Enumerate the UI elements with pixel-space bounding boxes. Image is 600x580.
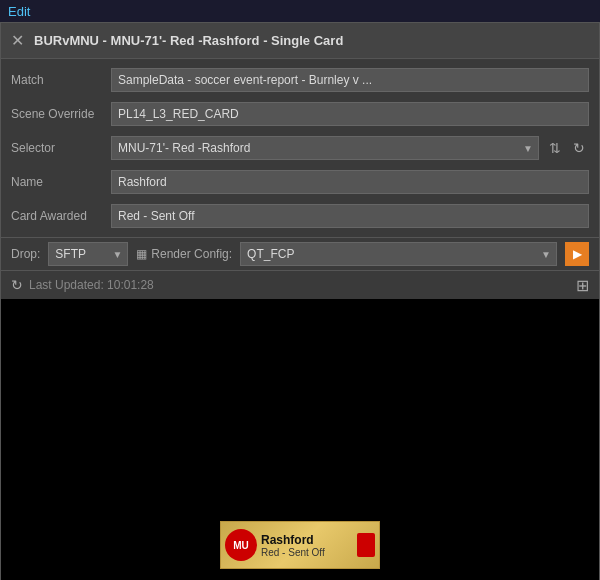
- drop-label: Drop:: [11, 247, 40, 261]
- status-bar: ↻ Last Updated: 10:01:28 ⊞: [1, 271, 599, 299]
- config-bar: Drop: SFTP ▼ ▦ Render Config: QT_FCP ▼ ▶: [1, 237, 599, 271]
- film-icon[interactable]: ⊞: [576, 276, 589, 295]
- card-awarded-input[interactable]: [111, 204, 589, 228]
- card-awarded-row: Card Awarded: [1, 199, 599, 233]
- card-overlay: MU Rashford Red - Sent Off: [220, 521, 380, 569]
- selector-controls: MNU-71'- Red -Rashford ▼ ⇅ ↻: [111, 136, 589, 160]
- render-config-icon: ▦: [136, 247, 147, 261]
- form-section: Match Scene Override Selector MNU-71'- R…: [1, 59, 599, 237]
- match-row: Match: [1, 63, 599, 97]
- selector-refresh-icon[interactable]: ↻: [569, 140, 589, 156]
- match-label: Match: [11, 73, 111, 87]
- drop-select-wrapper: SFTP ▼: [48, 242, 128, 266]
- render-config-label: ▦ Render Config:: [136, 247, 232, 261]
- name-label: Name: [11, 175, 111, 189]
- selector-row: Selector MNU-71'- Red -Rashford ▼ ⇅ ↻: [1, 131, 599, 165]
- top-menu-bar: Edit: [0, 0, 600, 22]
- card-text: Rashford Red - Sent Off: [257, 533, 357, 558]
- selector-label: Selector: [11, 141, 111, 155]
- match-input[interactable]: [111, 68, 589, 92]
- card-player-name: Rashford: [261, 533, 353, 547]
- selector-up-down-icon[interactable]: ⇅: [545, 140, 565, 156]
- title-bar: ✕ BURvMNU - MNU-71'- Red -Rashford - Sin…: [1, 23, 599, 59]
- last-updated-label: Last Updated: 10:01:28: [29, 278, 154, 292]
- card-card-type: Red - Sent Off: [261, 547, 353, 558]
- play-button[interactable]: ▶: [565, 242, 589, 266]
- scene-override-input[interactable]: [111, 102, 589, 126]
- close-button[interactable]: ✕: [11, 33, 24, 49]
- selector-icons: ⇅ ↻: [545, 140, 589, 156]
- status-refresh-icon[interactable]: ↻: [11, 277, 23, 293]
- drop-select[interactable]: SFTP: [48, 242, 128, 266]
- card-red-card-indicator: [357, 533, 375, 557]
- name-input[interactable]: [111, 170, 589, 194]
- scene-override-label: Scene Override: [11, 107, 111, 121]
- preview-area: MU Rashford Red - Sent Off: [1, 299, 599, 580]
- scene-override-row: Scene Override: [1, 97, 599, 131]
- render-select-wrapper: QT_FCP ▼: [240, 242, 557, 266]
- card-awarded-label: Card Awarded: [11, 209, 111, 223]
- menu-edit[interactable]: Edit: [8, 4, 30, 19]
- status-left: ↻ Last Updated: 10:01:28: [11, 277, 154, 293]
- name-row: Name: [1, 165, 599, 199]
- render-select[interactable]: QT_FCP: [240, 242, 557, 266]
- dialog-title: BURvMNU - MNU-71'- Red -Rashford - Singl…: [34, 33, 343, 48]
- card-logo: MU: [225, 529, 257, 561]
- selector-select[interactable]: MNU-71'- Red -Rashford: [111, 136, 539, 160]
- selector-select-wrapper: MNU-71'- Red -Rashford ▼: [111, 136, 539, 160]
- main-panel: ✕ BURvMNU - MNU-71'- Red -Rashford - Sin…: [0, 22, 600, 580]
